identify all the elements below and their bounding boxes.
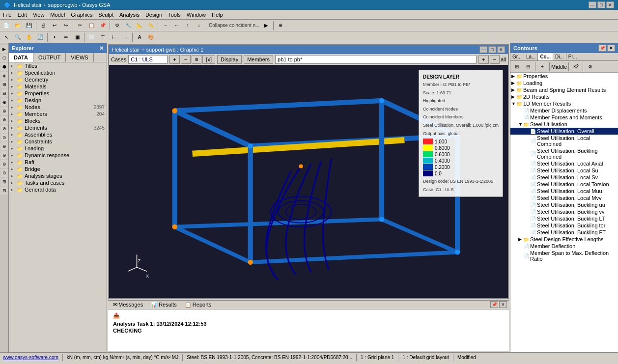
side-icon-17[interactable]: ⊟ xyxy=(0,187,8,195)
side-icon-11[interactable]: ⊙ xyxy=(0,134,8,141)
tab-messages[interactable]: ✉ Messages xyxy=(110,302,146,308)
graphic-min-btn[interactable]: — xyxy=(479,46,487,53)
view-all-btn[interactable]: ⬜ xyxy=(86,32,97,42)
menu-graphics[interactable]: Graphics xyxy=(68,10,95,19)
open-btn[interactable]: 📂 xyxy=(12,21,23,30)
contours-tree-item[interactable]: 📄 Member Displacements xyxy=(510,107,618,114)
report-export-icon[interactable]: 📤 xyxy=(113,312,120,318)
subtab-co[interactable]: Co... xyxy=(538,53,553,60)
ct-expand-btn[interactable]: ⊞ xyxy=(511,62,522,72)
contours-tree-item[interactable]: 📄 Steel Utilisation, Buckling vv xyxy=(510,208,618,215)
view-top-btn[interactable]: ⊤ xyxy=(97,32,108,42)
cut-btn[interactable]: ✂ xyxy=(75,21,85,30)
side-icon-14[interactable]: ⊜ xyxy=(0,160,8,168)
website-link[interactable]: www.oasys-software.com xyxy=(3,355,58,360)
remove-case-btn[interactable]: − xyxy=(181,55,191,64)
side-icon-10[interactable]: ⊘ xyxy=(0,125,8,133)
graphic-max-btn[interactable]: □ xyxy=(488,46,496,53)
subtab-la[interactable]: La... xyxy=(524,53,538,60)
menu-model[interactable]: Model xyxy=(47,10,68,19)
print-btn[interactable]: 🖨 xyxy=(38,21,49,30)
tree-item[interactable]: ▸ 📁 Bridge xyxy=(9,166,107,172)
tree-item[interactable]: ▸ 📁 Raft xyxy=(9,159,107,166)
tree-item[interactable]: ▸ 📁 Properties xyxy=(9,90,107,97)
menu-design[interactable]: Design xyxy=(142,10,165,19)
tree-item[interactable]: ▸ 📁 Elements 3245 xyxy=(9,124,107,131)
tree-item[interactable]: ▸ 📁 Constraints xyxy=(9,138,107,145)
rotate-btn[interactable]: 🔄 xyxy=(35,32,46,42)
filter-input[interactable] xyxy=(275,55,477,64)
menu-view[interactable]: View xyxy=(30,10,48,19)
side-icon-2[interactable]: ⬡ xyxy=(0,54,8,62)
contours-tree-item[interactable]: 📄 Steel Utilisation, Buckling LT xyxy=(510,215,618,222)
cases-input[interactable] xyxy=(128,55,168,64)
contours-tree-item[interactable]: ▶ 📁 Beam and Spring Element Results xyxy=(510,86,618,93)
tree-item[interactable]: ▸ 📁 General data xyxy=(9,186,107,193)
side-icon-13[interactable]: ⊛ xyxy=(0,151,8,159)
tb-btn-a[interactable]: ⚙ xyxy=(112,21,122,30)
ct-x2-btn[interactable]: ×2 xyxy=(570,62,581,72)
side-icon-1[interactable]: ▶ xyxy=(0,45,8,53)
edit-case-btn[interactable]: ≡ xyxy=(192,55,201,64)
menu-analysis[interactable]: Analysis xyxy=(116,10,142,19)
contours-tree-item[interactable]: 📄 Steel Utilisation, Buckling tor xyxy=(510,222,618,229)
contours-tree-item[interactable]: 📄 Member Span to Max. Deflection Ratio xyxy=(510,250,618,262)
contours-tree-item[interactable]: ▶ 📁 Steel Design Effective Lengths xyxy=(510,236,618,243)
filter-add-btn[interactable]: + xyxy=(478,55,488,64)
subtab-pr[interactable]: Pr... xyxy=(566,53,579,60)
side-icon-7[interactable]: ◉ xyxy=(0,98,8,106)
contours-tree-item[interactable]: 📄 Steel Utilisation, Local Mvv xyxy=(510,195,618,201)
menu-edit[interactable]: Edit xyxy=(15,10,30,19)
tb-btn-h[interactable]: ↓ xyxy=(194,21,204,30)
contours-tree-item[interactable]: ▶ 📁 Properties xyxy=(510,73,618,80)
contours-tree-item[interactable]: 📄 Steel Utilisation, Local Axial xyxy=(510,160,618,167)
tree-item[interactable]: ▸ 📁 Blocks xyxy=(9,117,107,124)
contours-tree-item[interactable]: 📄 Member Deflection xyxy=(510,243,618,250)
contours-tree-item[interactable]: ▼ 📁 Steel Utilisation xyxy=(510,121,618,128)
collapse-apply-btn[interactable]: ▶ xyxy=(261,21,272,30)
view-front-btn[interactable]: ⊢ xyxy=(109,32,119,42)
select-btn[interactable]: ↖ xyxy=(1,32,12,42)
menu-sculpt[interactable]: Sculpt xyxy=(95,10,116,19)
contours-selected-item[interactable]: 📄 Steel Utilisation, Overall xyxy=(510,128,618,135)
zoom-btn[interactable]: 🔍 xyxy=(12,32,23,42)
tree-item[interactable]: ▸ 📁 Materials xyxy=(9,83,107,90)
tree-item[interactable]: ▸ 📁 Titles xyxy=(9,62,107,69)
contours-tree-item[interactable]: ▼ 📁 1D Member Results xyxy=(510,100,618,107)
contours-tree-item[interactable]: 📄 Steel Utilisation, Buckling Combined xyxy=(510,147,618,160)
element-btn[interactable]: ═ xyxy=(60,32,71,42)
tree-item[interactable]: ▸ 📁 Assemblies xyxy=(9,131,107,138)
tree-item[interactable]: ▸ 📁 Specification xyxy=(9,69,107,76)
contours-tree-item[interactable]: 📄 Steel Utilisation, Local Su xyxy=(510,167,618,174)
subtab-di[interactable]: Di... xyxy=(553,53,566,60)
menu-file[interactable]: File xyxy=(0,10,15,19)
ct-add-btn[interactable]: + xyxy=(537,62,548,72)
tab-output[interactable]: OUTPUT xyxy=(33,53,66,62)
tb-btn-f[interactable]: ← xyxy=(171,21,182,30)
contours-close-btn[interactable]: ✕ xyxy=(607,45,615,52)
tree-item[interactable]: ▸ 📁 Loading xyxy=(9,145,107,152)
menu-help[interactable]: Help xyxy=(209,10,226,19)
add-case-btn[interactable]: + xyxy=(169,55,179,64)
pan-btn[interactable]: ✋ xyxy=(24,32,34,42)
side-icon-5[interactable]: ⊞ xyxy=(0,81,8,88)
members-btn[interactable]: Members xyxy=(244,55,273,64)
contours-tree-item[interactable]: 📄 Steel Utilisation, Local Muu xyxy=(510,188,618,195)
tab-data[interactable]: DATA xyxy=(9,53,33,62)
ct-settings-btn[interactable]: ⚙ xyxy=(585,62,595,72)
minimize-btn[interactable]: — xyxy=(589,1,596,8)
side-icon-12[interactable]: ⊚ xyxy=(0,142,8,150)
filter-remove-btn[interactable]: − xyxy=(490,55,500,64)
contours-tree-item[interactable]: ▶ 📁 Loading xyxy=(510,80,618,86)
side-icon-16[interactable]: ⊞ xyxy=(0,178,8,186)
scale-btn[interactable]: [x] xyxy=(202,55,215,64)
contours-tree-item[interactable]: 📄 Steel Utilisation, Buckling uu xyxy=(510,201,618,208)
contours-tree-item[interactable]: 📄 Steel Utilisation, Local Combined xyxy=(510,135,618,147)
subtab-gr[interactable]: Gr... xyxy=(510,53,524,60)
graphic-close-btn[interactable]: ✕ xyxy=(497,46,505,53)
paste-btn[interactable]: 📌 xyxy=(97,21,108,30)
menu-window[interactable]: Window xyxy=(184,10,209,19)
tb-btn-e[interactable]: → xyxy=(160,21,170,30)
view-side-btn[interactable]: ⊣ xyxy=(120,32,131,42)
member-btn[interactable]: ▣ xyxy=(72,32,83,42)
